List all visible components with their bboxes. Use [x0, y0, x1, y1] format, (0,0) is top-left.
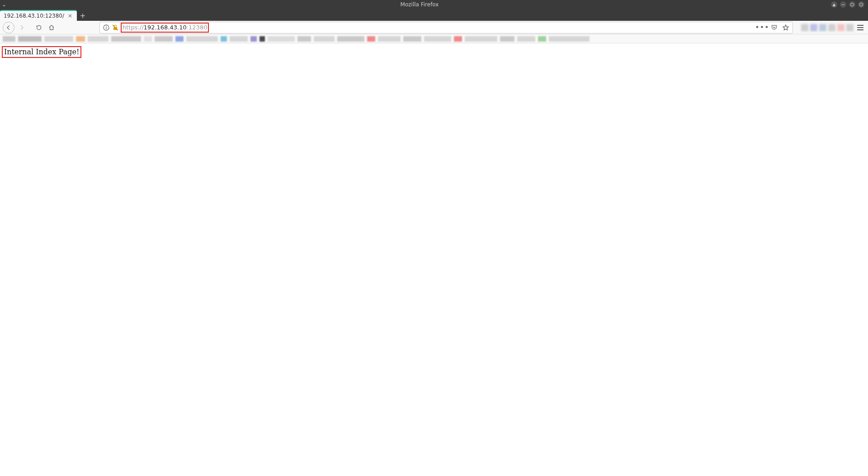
home-button[interactable] [46, 22, 57, 33]
bookmark-item[interactable] [314, 36, 335, 42]
bookmark-item[interactable] [3, 36, 15, 42]
extension-icon[interactable] [828, 24, 835, 31]
bookmark-item[interactable] [175, 36, 184, 42]
headline-highlight-box: Internal Index Page! [2, 46, 81, 58]
extension-icon[interactable] [810, 24, 817, 31]
page-headline: Internal Index Page! [4, 48, 79, 56]
bookmark-item[interactable] [186, 36, 218, 42]
security-warning-icon[interactable] [112, 24, 119, 31]
new-tab-button[interactable]: + [77, 10, 89, 21]
bookmark-item[interactable] [44, 36, 73, 42]
window-controls: ▲ [831, 1, 868, 8]
bookmark-item[interactable] [155, 36, 173, 42]
reload-icon [36, 24, 42, 31]
tab-title: 192.168.43.10:12380/ [4, 13, 67, 19]
arrow-right-icon [19, 24, 25, 31]
bookmark-item[interactable] [230, 36, 248, 42]
browser-tab[interactable]: 192.168.43.10:12380/ × [0, 10, 77, 21]
bookmark-item[interactable] [367, 36, 375, 42]
bookmark-item[interactable] [259, 36, 265, 42]
bookmark-item[interactable] [500, 36, 514, 42]
hamburger-icon [857, 25, 863, 26]
bookmark-item[interactable] [454, 36, 462, 42]
titlebar-menu-icon[interactable]: ⌄ [0, 1, 8, 8]
pocket-icon[interactable] [770, 24, 778, 32]
tab-strip: 192.168.43.10:12380/ × + [0, 9, 868, 21]
home-icon [48, 24, 55, 31]
minimize-button[interactable] [840, 1, 846, 8]
close-tab-icon[interactable]: × [67, 13, 73, 19]
bookmark-item[interactable] [144, 36, 152, 42]
svg-rect-2 [106, 26, 106, 26]
bookmark-item[interactable] [268, 36, 295, 42]
url-highlight-box: https://192.168.43.10:12380 [121, 23, 209, 33]
maximize-button[interactable] [849, 1, 855, 8]
extension-icon[interactable] [801, 24, 808, 31]
bookmark-item[interactable] [76, 36, 85, 42]
close-window-button[interactable] [858, 1, 864, 8]
bookmark-item[interactable] [111, 36, 141, 42]
toolbar-right [798, 23, 865, 33]
bookmark-item[interactable] [538, 36, 546, 42]
site-info-icon[interactable] [103, 24, 110, 31]
extension-icon[interactable] [819, 24, 826, 31]
extension-icon[interactable] [846, 24, 854, 31]
bookmark-star-icon[interactable] [782, 24, 790, 32]
window-title: Mozilla Firefox [8, 1, 831, 8]
bookmark-item[interactable] [250, 36, 257, 42]
extension-icon[interactable] [837, 24, 844, 31]
bookmark-item[interactable] [465, 36, 497, 42]
url-port: :12380 [187, 24, 208, 31]
bookmark-item[interactable] [221, 36, 227, 42]
url-host: 192.168.43.10 [144, 24, 187, 31]
addressbar-right-icons: ••• [758, 24, 790, 32]
page-actions-icon[interactable]: ••• [758, 24, 766, 32]
address-bar[interactable]: https://192.168.43.10:12380 ••• [99, 22, 793, 33]
bookmark-item[interactable] [549, 36, 590, 42]
menu-button[interactable] [855, 23, 865, 33]
reload-button[interactable] [33, 22, 44, 33]
bookmark-item[interactable] [297, 36, 311, 42]
notify-icon[interactable]: ▲ [831, 1, 837, 8]
page-content: Internal Index Page! [0, 43, 868, 476]
bookmark-item[interactable] [378, 36, 401, 42]
bookmark-item[interactable] [337, 36, 364, 42]
bookmark-item[interactable] [403, 36, 421, 42]
bookmarks-bar[interactable] [0, 34, 868, 43]
bookmark-item[interactable] [18, 36, 42, 42]
bookmark-item[interactable] [424, 36, 451, 42]
bookmark-item[interactable] [88, 36, 108, 42]
forward-button [16, 22, 27, 33]
svg-rect-1 [106, 27, 106, 29]
arrow-left-icon [5, 24, 12, 31]
back-button[interactable] [3, 22, 14, 33]
window-titlebar: ⌄ Mozilla Firefox ▲ [0, 0, 868, 9]
bookmark-item[interactable] [517, 36, 535, 42]
navigation-toolbar: https://192.168.43.10:12380 ••• [0, 21, 868, 34]
url-protocol: https:// [123, 24, 144, 31]
